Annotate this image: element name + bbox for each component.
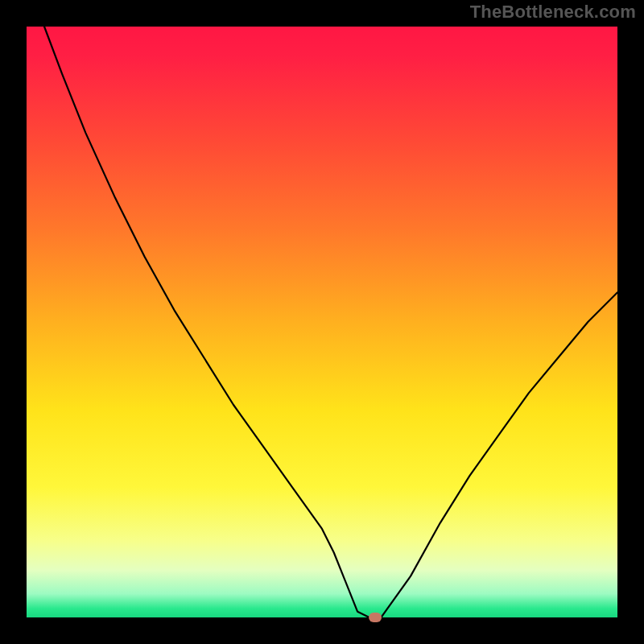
optimal-marker [369,613,382,622]
chart-frame: TheBottleneck.com [0,0,644,644]
bottleneck-chart [0,0,644,644]
watermark-text: TheBottleneck.com [470,2,636,23]
